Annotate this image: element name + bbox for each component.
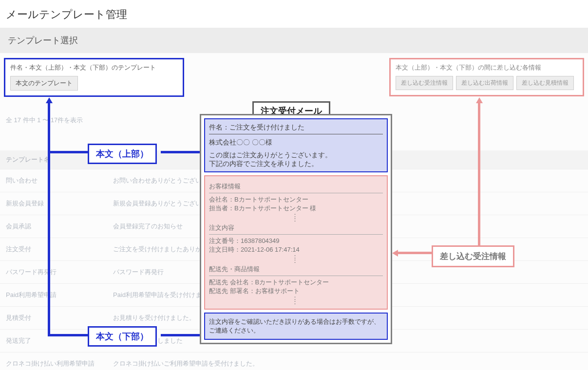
cell-template: 会員承認 [6,222,113,231]
order-head: 注文内容 [209,223,383,232]
dots: ： ： [209,213,383,222]
mail-upper-section: 件名：ご注文を受け付けました 株式会社〇〇 〇〇様 この度はご注文ありがとうござ… [204,118,388,172]
body-template-box: 件名・本文（上部）・本文（下部）のテンプレート 本文のテンプレート [4,58,184,97]
cell-template: 問い合わせ [6,176,113,185]
connector [161,151,201,153]
body-template-button[interactable]: 本文のテンプレート [10,76,78,91]
table-row[interactable]: クロネコ掛け払い利用希望申請クロネコ掛け払いご利用希望申請を受付けました。 [0,352,588,370]
page-title: メールテンプレート管理 [0,0,588,28]
insert-order-label: 差し込む受注情報 [432,245,514,267]
insert-ship-button[interactable]: 差し込む出荷情報 [456,76,513,90]
upper-body-label: 本文（上部） [88,144,157,164]
cell-template: 注文受付 [6,245,113,254]
customer-head: お客様情報 [209,182,383,191]
body-template-header: 件名・本文（上部）・本文（下部）のテンプレート [10,63,178,72]
connector [48,102,50,336]
ship-head: 配送先・商品情報 [209,265,383,274]
mail-preview: 件名：ご注文を受け付けました 株式会社〇〇 〇〇様 この度はご注文ありがとうござ… [200,114,392,344]
customer-body: 会社名：Bカートサポートセンター 担当者：Bカートサポートセンター 様 [209,195,383,213]
cell-template: 見積受付 [6,314,113,322]
dots: ： ： [209,296,383,304]
cell-template: 新規会員登録 [6,199,113,208]
mail-lower-section: 注文内容をご確認いただき誤りがある場合はお手数ですが、ご連絡ください。 [204,313,388,340]
connector [478,102,480,247]
connector [161,334,201,336]
cell-template: クロネコ掛け払い利用希望申請 [6,359,113,368]
insert-info-header: 本文（上部）・本文（下部）の間に差し込む各情報 [396,63,578,72]
mail-subject: 件名：ご注文を受け付けました [209,123,383,134]
connector [397,252,434,254]
ship-body: 配送先 会社名：Bカートサポートセンター 配送先 部署名：お客様サポート [209,278,383,296]
connector [48,334,89,336]
order-body: 注文番号：16387804349 注文日時：2021-12-06 17:47:1… [209,237,383,254]
insert-quote-button[interactable]: 差し込む見積情報 [516,76,574,90]
dots: ： ： [209,254,383,263]
cell-subject: クロネコ掛け払いご利用希望申請を受付けました。 [113,359,582,368]
insert-order-button[interactable]: 差し込む受注情報 [396,76,453,90]
lower-body-label: 本文（下部） [88,326,157,347]
connector [48,151,89,153]
mail-insert-section: お客様情報 会社名：Bカートサポートセンター 担当者：Bカートサポートセンター … [204,175,388,310]
cell-template: Paid利用希望申請 [6,291,113,299]
mail-greeting: 株式会社〇〇 〇〇様 [209,138,383,147]
insert-info-box: 本文（上部）・本文（下部）の間に差し込む各情報 差し込む受注情報 差し込む出荷情… [389,58,584,96]
cell-template: パスワード再発行 [6,268,113,277]
mail-thanks: この度はご注文ありがとうございます。 下記の内容でご注文を承りました。 [209,151,383,168]
section-title: テンプレート選択 [0,28,588,53]
